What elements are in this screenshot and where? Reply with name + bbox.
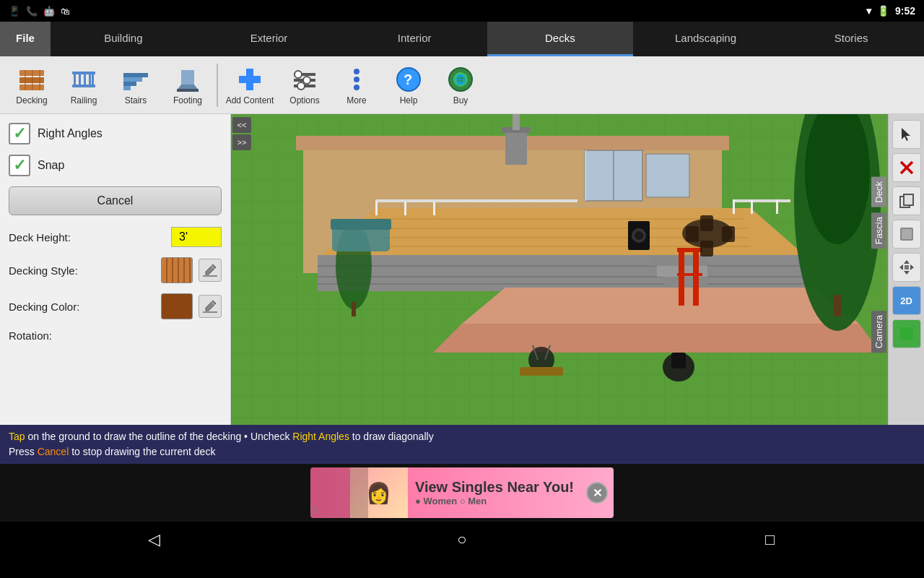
svg-rect-110: [900, 327, 913, 340]
camera-label[interactable]: Camera: [871, 311, 886, 353]
ad-info-icon: ⓘ: [310, 505, 318, 516]
recent-button[interactable]: □: [756, 525, 785, 554]
delete-tool-button[interactable]: [892, 153, 921, 182]
svg-text:🌐: 🌐: [454, 74, 467, 86]
canvas-area[interactable]: << >> Deck Fascia Camera: [231, 114, 888, 425]
home-button[interactable]: ○: [448, 525, 476, 554]
deck-height-label: Deck Height:: [9, 231, 165, 243]
svg-rect-57: [664, 277, 707, 288]
svg-rect-72: [733, 199, 735, 214]
status-icons-left: 📱 📞 🤖 🛍: [9, 6, 70, 17]
svg-rect-0: [19, 70, 44, 76]
svg-rect-77: [722, 226, 735, 242]
svg-rect-88: [646, 154, 689, 197]
fascia-label-container[interactable]: Fascia: [869, 192, 888, 270]
svg-point-29: [354, 77, 359, 82]
svg-rect-97: [513, 114, 520, 130]
buy-icon: 🌐: [446, 65, 475, 94]
decking-style-picker[interactable]: [199, 259, 222, 282]
hint-press: Press: [9, 446, 38, 457]
svg-rect-2: [19, 85, 44, 90]
snap-label: Snap: [38, 159, 64, 172]
decking-color-picker[interactable]: [199, 295, 222, 318]
back-button[interactable]: ◁: [139, 525, 168, 554]
svg-rect-12: [92, 72, 94, 87]
toolbar: Decking Railing Stairs: [0, 56, 924, 114]
svg-marker-105: [904, 260, 910, 264]
tab-building[interactable]: Building: [51, 22, 196, 56]
decking-color-swatch[interactable]: [161, 293, 193, 319]
ad-image: 👩: [350, 467, 408, 518]
tab-file[interactable]: File: [0, 22, 51, 56]
tab-exterior[interactable]: Exterior: [196, 22, 342, 56]
decking-icon: [17, 65, 46, 94]
nav-prev-button[interactable]: <<: [232, 117, 251, 133]
tool-options[interactable]: Options: [279, 59, 331, 111]
cancel-button[interactable]: Cancel: [9, 186, 222, 215]
svg-rect-74: [776, 199, 778, 214]
railing-icon: [69, 65, 98, 94]
svg-rect-69: [433, 201, 435, 215]
wifi-icon: ▾: [866, 5, 871, 17]
svg-rect-16: [123, 73, 148, 77]
camera-label-container[interactable]: Camera: [869, 269, 888, 394]
svg-point-30: [354, 85, 359, 90]
battery-icon: 🔋: [877, 5, 889, 17]
scene-svg: [231, 114, 888, 425]
right-toolbar: 2D: [888, 114, 924, 425]
2d-view-button[interactable]: 2D: [892, 286, 921, 315]
canvas-background[interactable]: << >> Deck Fascia Camera: [231, 114, 888, 425]
main-content: ✓ Right Angles ✓ Snap Cancel Deck Height…: [0, 114, 924, 425]
svg-marker-106: [904, 271, 910, 275]
ad-text-block: View Singles Near You! ● Women ○ Men: [415, 479, 574, 506]
options-icon: [290, 65, 319, 94]
svg-rect-109: [905, 265, 909, 269]
tool-footing[interactable]: Footing: [162, 59, 214, 111]
svg-rect-92: [520, 367, 563, 376]
svg-marker-53: [462, 288, 859, 324]
ad-close-button[interactable]: ✕: [586, 482, 608, 504]
svg-rect-79: [700, 241, 713, 256]
tool-stairs[interactable]: Stairs: [110, 59, 162, 111]
material-tool-button[interactable]: [892, 220, 921, 249]
hint-tap: Tap: [9, 431, 25, 442]
rotation-row: Rotation:: [9, 329, 222, 342]
tool-add-content[interactable]: Add Content: [221, 59, 279, 111]
tab-landscaping[interactable]: Landscaping: [633, 22, 779, 56]
copy-tool-button[interactable]: [892, 186, 921, 215]
cursor-tool-button[interactable]: [892, 120, 921, 149]
svg-rect-9: [79, 72, 81, 87]
canvas-nav: << >>: [231, 114, 253, 425]
svg-rect-94: [671, 353, 686, 368]
svg-rect-86: [585, 150, 586, 201]
fascia-label[interactable]: Fascia: [871, 212, 886, 249]
tab-decks[interactable]: Decks: [487, 22, 633, 56]
tool-more[interactable]: More: [331, 59, 383, 111]
hint-text-1: on the ground to draw the outline of the…: [27, 431, 292, 442]
deck-height-input[interactable]: [171, 227, 222, 247]
tool-help[interactable]: ? Help: [383, 59, 435, 111]
svg-rect-15: [123, 77, 142, 82]
hint-bar: Tap on the ground to draw the outline of…: [0, 425, 924, 464]
svg-marker-54: [433, 324, 881, 353]
svg-marker-98: [902, 128, 910, 141]
2d-label: 2D: [900, 296, 912, 306]
tab-interior[interactable]: Interior: [341, 22, 487, 56]
add-content-icon: [235, 65, 264, 94]
svg-rect-76: [686, 226, 699, 242]
nav-next-button[interactable]: >>: [232, 134, 251, 150]
move-tool-button[interactable]: [892, 253, 921, 282]
snap-checkbox[interactable]: ✓: [9, 155, 30, 176]
tool-railing[interactable]: Railing: [58, 59, 110, 111]
decking-style-label: Decking Style:: [9, 264, 155, 277]
tool-decking[interactable]: Decking: [6, 59, 58, 111]
svg-rect-104: [902, 229, 912, 239]
decking-style-swatch[interactable]: [161, 257, 193, 283]
tool-buy[interactable]: 🌐 Buy: [435, 59, 487, 111]
extra-tool-button[interactable]: [892, 319, 921, 348]
svg-rect-1: [19, 77, 44, 83]
svg-rect-49: [318, 255, 808, 291]
tab-stories[interactable]: Stories: [778, 22, 924, 56]
right-angles-checkbox[interactable]: ✓: [9, 123, 30, 144]
svg-rect-61: [677, 273, 702, 276]
